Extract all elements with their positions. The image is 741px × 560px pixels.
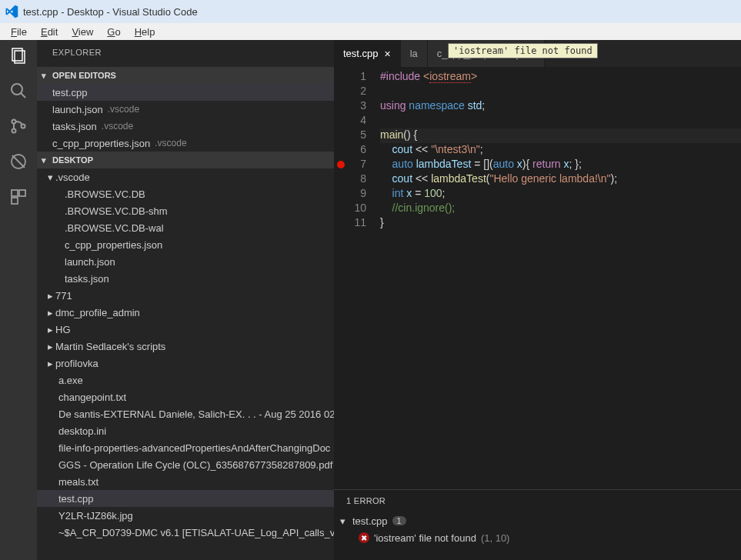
- problems-header[interactable]: 1 ERROR: [334, 490, 741, 511]
- svg-line-8: [12, 155, 25, 168]
- caret-down-icon: ▾: [42, 71, 49, 81]
- file-item[interactable]: file-info-properties-advancedPropertiesA…: [37, 439, 334, 456]
- line-gutter: 1234567891011: [334, 67, 380, 489]
- svg-point-4: [12, 120, 16, 124]
- file-item[interactable]: test.cpp: [37, 490, 334, 507]
- window-title: test.cpp - Desktop - Visual Studio Code: [23, 6, 198, 18]
- folder-item[interactable]: ▸dmc_profile_admin: [37, 304, 334, 321]
- menu-go[interactable]: Go: [101, 25, 126, 39]
- problem-count-badge: 1: [392, 516, 406, 525]
- svg-point-6: [22, 125, 25, 128]
- open-editor-item[interactable]: test.cpp: [37, 84, 334, 101]
- code-content[interactable]: #include <iostream>using namespace std;m…: [380, 67, 741, 489]
- svg-rect-11: [12, 198, 18, 204]
- editor-tab[interactable]: test.cpp×: [334, 40, 401, 67]
- file-item[interactable]: launch.json: [37, 253, 334, 270]
- folder-item[interactable]: ▸Martin Sedlacek's scripts: [37, 338, 334, 355]
- activity-search-icon[interactable]: [9, 82, 28, 100]
- activity-git-icon[interactable]: [9, 117, 28, 135]
- file-item[interactable]: desktop.ini: [37, 422, 334, 439]
- editor-area: test.cpp×lac_cpp_properties.json 'iostre…: [334, 40, 741, 560]
- file-item[interactable]: De santis-EXTERNAL Daniele, Salich-EX. .…: [37, 405, 334, 422]
- folder-item[interactable]: ▸771: [37, 287, 334, 304]
- open-editor-item[interactable]: tasks.json .vscode: [37, 118, 334, 135]
- open-editors-header[interactable]: ▾ OPEN EDITORS: [37, 67, 334, 84]
- file-item[interactable]: tasks.json: [37, 270, 334, 287]
- error-icon: ✖: [359, 532, 369, 543]
- menu-help[interactable]: Help: [129, 25, 162, 39]
- vscode-icon: [5, 5, 18, 18]
- file-item[interactable]: changepoint.txt: [37, 388, 334, 405]
- folder-item[interactable]: ▾.vscode: [37, 168, 334, 185]
- folder-header[interactable]: ▾ DESKTOP: [37, 152, 334, 168]
- code-area[interactable]: 1234567891011 #include <iostream>using n…: [334, 67, 741, 489]
- file-item[interactable]: .BROWSE.VC.DB: [37, 185, 334, 202]
- svg-point-2: [12, 84, 22, 95]
- editor-tab[interactable]: la: [401, 40, 428, 67]
- sidebar-explorer: EXPLORER ▾ OPEN EDITORS test.cpplaunch.j…: [37, 40, 334, 560]
- file-item[interactable]: a.exe: [37, 372, 334, 388]
- caret-down-icon: ▾: [340, 515, 348, 527]
- problem-file-row[interactable]: ▾ test.cpp 1: [340, 512, 735, 529]
- open-editor-item[interactable]: launch.json .vscode: [37, 101, 334, 118]
- activity-explorer-icon[interactable]: [9, 46, 28, 65]
- sidebar-title: EXPLORER: [37, 40, 334, 67]
- menu-file[interactable]: File: [5, 25, 33, 39]
- file-item[interactable]: meals.txt: [37, 473, 334, 490]
- menu-edit[interactable]: Edit: [35, 25, 64, 39]
- open-editors-list: test.cpplaunch.json .vscodetasks.json .v…: [37, 84, 334, 152]
- folder-item[interactable]: ▸HG: [37, 321, 334, 338]
- menu-bar: File Edit View Go Help: [0, 23, 741, 40]
- open-editor-item[interactable]: c_cpp_properties.json .vscode: [37, 135, 334, 152]
- file-item[interactable]: GGS - Operation Life Cycle (OLC)_6356876…: [37, 456, 334, 473]
- svg-point-5: [12, 129, 16, 133]
- window-titlebar: test.cpp - Desktop - Visual Studio Code: [0, 0, 741, 23]
- file-item[interactable]: ~$A_CR_D0739-DMC v6.1 [ETISALAT-UAE_Log_…: [37, 524, 334, 541]
- tab-close-icon[interactable]: ×: [385, 48, 391, 60]
- file-item[interactable]: .BROWSE.VC.DB-wal: [37, 219, 334, 236]
- file-item[interactable]: .BROWSE.VC.DB-shm: [37, 202, 334, 219]
- activity-extensions-icon[interactable]: [9, 188, 28, 206]
- breakpoint-icon[interactable]: [337, 161, 345, 168]
- svg-rect-10: [19, 190, 25, 196]
- file-tree: ▾.vscode.BROWSE.VC.DB.BROWSE.VC.DB-shm.B…: [37, 168, 334, 560]
- file-item[interactable]: c_cpp_properties.json: [37, 236, 334, 253]
- editor-tabs: test.cpp×lac_cpp_properties.json 'iostre…: [334, 40, 741, 67]
- folder-item[interactable]: ▸profilovka: [37, 355, 334, 372]
- editor: 1234567891011 #include <iostream>using n…: [334, 67, 741, 560]
- activity-debug-icon[interactable]: [9, 152, 28, 171]
- menu-view[interactable]: View: [65, 25, 99, 39]
- svg-rect-9: [12, 190, 18, 196]
- problem-item[interactable]: ✖ 'iostream' file not found (1, 10): [340, 529, 735, 546]
- error-tooltip: 'iostream' file not found: [448, 43, 598, 58]
- problems-body: ▾ test.cpp 1 ✖ 'iostream' file not found…: [334, 511, 741, 548]
- problems-panel: 1 ERROR ▾ test.cpp 1 ✖ 'iostream' file n…: [334, 489, 741, 560]
- file-item[interactable]: Y2LR-tJZ86k.jpg: [37, 507, 334, 524]
- svg-line-3: [21, 93, 25, 98]
- caret-down-icon: ▾: [42, 155, 49, 165]
- activity-bar: [0, 40, 37, 560]
